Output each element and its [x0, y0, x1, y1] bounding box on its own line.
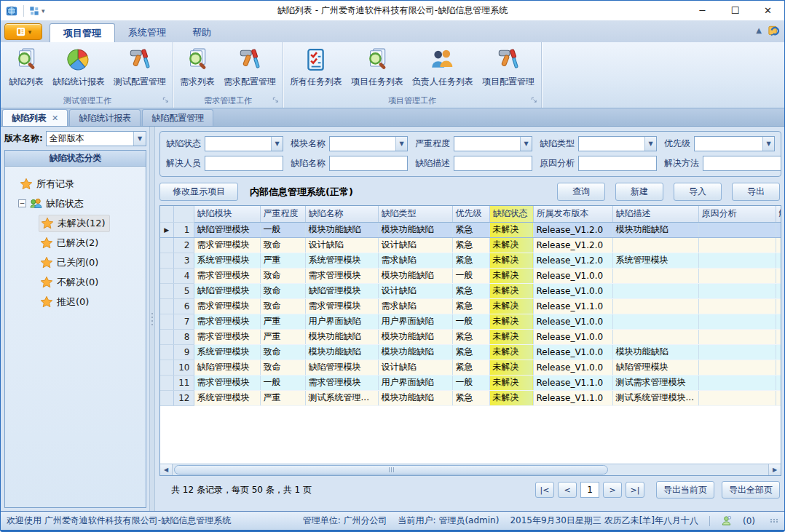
refresh-help-icon[interactable] [768, 24, 780, 36]
export-all-pages-button[interactable]: 导出全部页 [722, 481, 780, 499]
tree-item[interactable]: 已关闭(0) [9, 253, 144, 272]
first-page-button[interactable]: |< [535, 482, 554, 498]
chevron-down-icon[interactable]: ▼ [644, 137, 656, 151]
defect-status-filter-input[interactable] [205, 137, 271, 151]
column-header[interactable]: 缺陷状态 [489, 206, 533, 222]
requirement-list-button[interactable]: 需求列表 [176, 46, 218, 90]
tree-item[interactable]: −缺陷状态 [9, 194, 144, 213]
resize-grip[interactable] [770, 519, 778, 523]
sidebar-splitter[interactable] [149, 127, 155, 511]
scrollbar-thumb[interactable] [174, 465, 608, 475]
module-name-filter[interactable]: ▼ [329, 136, 408, 151]
owner-tasks-button[interactable]: 负责人任务列表 [409, 46, 477, 90]
resolver-filter-input[interactable] [205, 156, 283, 170]
ribbon-tab-1[interactable]: 系统管理 [115, 23, 179, 42]
table-row[interactable]: 7需求管理模块严重用户界面缺陷用户界面缺陷一般未解决Release_V1.0.0 [160, 314, 781, 329]
cause-analysis-filter[interactable] [578, 156, 657, 171]
row-selector-cell[interactable] [160, 283, 173, 298]
priority-filter[interactable]: ▼ [694, 136, 775, 151]
chevron-down-icon[interactable]: ▼ [133, 132, 146, 146]
cause-analysis-filter-input[interactable] [579, 156, 656, 170]
doc-tab-0[interactable]: 缺陷列表✕ [2, 109, 68, 126]
new-button[interactable]: 新建 [615, 183, 663, 201]
table-row[interactable]: 10缺陷管理模块致命缺陷管理模块设计缺陷紧急未解决Release_V1.0.0缺… [160, 360, 781, 375]
chevron-down-icon[interactable]: ▼ [271, 137, 283, 151]
test-config-button[interactable]: 测试配置管理 [110, 46, 170, 90]
tree-item[interactable]: 所有记录 [9, 174, 144, 194]
requirement-config-button[interactable]: 需求配置管理 [220, 46, 280, 90]
quick-access-dropdown-icon[interactable]: ▾ [42, 7, 45, 15]
modify-columns-button[interactable]: 修改显示项目 [159, 183, 238, 201]
table-row[interactable]: 6需求管理模块致命需求管理模块需求缺陷紧急未解决Release_V1.1.0 [160, 298, 781, 314]
maximize-button[interactable]: ☐ [719, 1, 752, 20]
scroll-left-icon[interactable]: ◀ [160, 464, 173, 475]
column-header[interactable]: 所属发布版本 [533, 206, 612, 222]
table-row[interactable]: 8需求管理模块严重模块功能缺陷模块功能缺陷紧急未解决Release_V1.0.0 [160, 329, 781, 344]
resolver-filter[interactable] [205, 156, 283, 171]
defect-type-filter-input[interactable] [579, 137, 644, 151]
export-button[interactable]: 导出 [732, 183, 780, 201]
severity-filter[interactable]: ▼ [454, 136, 532, 151]
row-selector-cell[interactable] [160, 329, 173, 344]
defect-list-button[interactable]: 缺陷列表 [5, 46, 47, 90]
column-header[interactable]: 严重程度 [260, 206, 305, 222]
column-header[interactable]: 优先级 [452, 206, 489, 222]
next-page-button[interactable]: > [603, 482, 622, 498]
defect-status-filter[interactable]: ▼ [205, 136, 283, 151]
ribbon-tab-0[interactable]: 项目管理 [50, 23, 115, 42]
row-selector-cell[interactable] [160, 344, 173, 360]
tree-item[interactable]: 不解决(0) [9, 272, 144, 292]
chevron-down-icon[interactable]: ▼ [762, 137, 774, 151]
table-row[interactable]: 11需求管理模块一般需求管理模块用户界面缺陷一般未解决Release_V1.1.… [160, 375, 781, 390]
table-row[interactable]: 5缺陷管理模块致命缺陷管理模块设计缺陷紧急未解决Release_V1.0.0 [160, 283, 781, 298]
last-page-button[interactable]: >| [626, 482, 644, 498]
quick-access-grid-icon[interactable] [29, 6, 39, 16]
column-header[interactable]: 缺陷描述 [612, 206, 698, 222]
version-combobox[interactable]: 全部版本 ▼ [46, 131, 146, 146]
ribbon-tab-2[interactable]: 帮助 [179, 23, 224, 42]
defect-report-button[interactable]: 缺陷统计报表 [49, 46, 109, 90]
query-button[interactable]: 查询 [557, 183, 605, 201]
doc-tab-1[interactable]: 缺陷统计报表 [69, 109, 141, 126]
table-row[interactable]: 4需求管理模块致命需求管理模块模块功能缺陷一般未解决Release_V1.0.0 [160, 268, 781, 283]
table-row[interactable]: 9系统管理模块致命模块功能缺陷模块功能缺陷紧急未解决Release_V1.0.0… [160, 344, 781, 360]
table-row[interactable]: 2需求管理模块致命设计缺陷设计缺陷紧急未解决Release_V1.2.0 [160, 237, 781, 253]
row-selector-cell[interactable] [160, 268, 173, 283]
row-selector-cell[interactable] [160, 375, 173, 390]
project-tasks-button[interactable]: 项目任务列表 [347, 46, 407, 90]
project-config-button[interactable]: 项目配置管理 [478, 46, 538, 90]
row-selector-cell[interactable] [160, 390, 173, 405]
row-selector-cell[interactable] [160, 253, 173, 268]
table-row[interactable]: ▶1缺陷管理模块一般模块功能缺陷模块功能缺陷紧急未解决Release_V1.2.… [160, 222, 781, 237]
import-button[interactable]: 导入 [674, 183, 722, 201]
solution-filter[interactable] [703, 156, 781, 171]
app-menu-button[interactable]: ▾ [4, 23, 42, 40]
minimize-button[interactable]: ─ [686, 1, 719, 20]
chevron-down-icon[interactable]: ▼ [520, 137, 532, 151]
column-header[interactable]: 缺陷类型 [378, 206, 452, 222]
export-current-page-button[interactable]: 导出当前页 [656, 481, 714, 499]
column-header[interactable]: 解决方法 [776, 206, 781, 222]
collapse-ribbon-icon[interactable]: ▲ [756, 26, 762, 34]
defect-desc-filter[interactable] [454, 156, 532, 171]
tree-item[interactable]: 未解决(12) [9, 213, 144, 233]
chevron-down-icon[interactable]: ▼ [395, 137, 407, 151]
defect-type-filter[interactable]: ▼ [578, 136, 657, 151]
row-selector-cell[interactable] [160, 237, 173, 253]
table-row[interactable]: 12系统管理模块严重测试系统管理...模块功能缺陷紧急未解决Release_V1… [160, 390, 781, 405]
module-name-filter-input[interactable] [330, 137, 395, 151]
row-selector-cell[interactable] [160, 298, 173, 314]
tree-item[interactable]: 推迟(0) [9, 292, 144, 311]
doc-tab-2[interactable]: 缺陷配置管理 [142, 109, 213, 126]
prev-page-button[interactable]: < [558, 482, 577, 498]
close-tab-icon[interactable]: ✕ [52, 114, 58, 123]
table-row[interactable]: 3系统管理模块严重系统管理模块需求缺陷紧急未解决Release_V1.2.0系统… [160, 253, 781, 268]
page-number-input[interactable] [580, 482, 599, 498]
defect-name-filter-input[interactable] [330, 156, 407, 170]
solution-filter-input[interactable] [703, 156, 781, 170]
severity-filter-input[interactable] [454, 137, 520, 151]
scroll-right-icon[interactable]: ▶ [768, 464, 781, 475]
horizontal-scrollbar[interactable]: ◀ ▶ [160, 464, 781, 475]
column-header[interactable]: 原因分析 [698, 206, 776, 222]
column-header[interactable]: 缺陷模块 [194, 206, 260, 222]
